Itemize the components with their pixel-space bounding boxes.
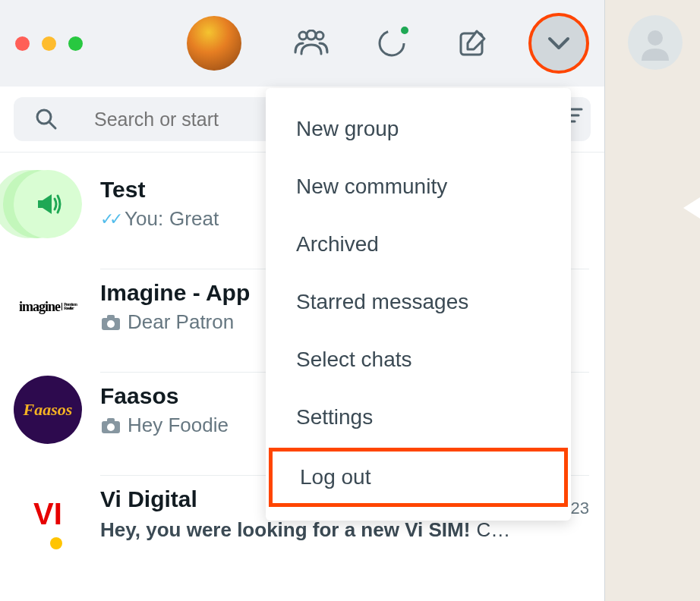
search-icon [35, 108, 58, 131]
menu-dropdown: New group New community Archived Starred… [266, 88, 571, 521]
megaphone-icon [32, 188, 64, 220]
menu-item-logout[interactable]: Log out [269, 448, 568, 507]
svg-point-3 [380, 31, 404, 55]
chat-title: Vi Digital [100, 486, 197, 512]
chat-avatar: VI [14, 480, 82, 548]
window-traffic-lights [15, 36, 83, 51]
menu-item-select-chats[interactable]: Select chats [266, 331, 571, 389]
status-button[interactable] [374, 25, 410, 61]
svg-rect-15 [107, 418, 115, 423]
communities-icon [294, 30, 329, 57]
menu-item-starred[interactable]: Starred messages [266, 273, 571, 331]
read-receipt-icon: ✓✓ [100, 209, 118, 229]
camera-icon [100, 313, 121, 332]
svg-point-14 [107, 423, 115, 431]
sidebar-header [0, 0, 604, 87]
camera-icon [100, 417, 121, 435]
window-minimize-button[interactable] [42, 36, 56, 51]
menu-item-settings[interactable]: Settings [266, 389, 571, 446]
person-icon [637, 24, 673, 61]
window-maximize-button[interactable] [68, 36, 83, 51]
svg-point-11 [107, 320, 115, 328]
contact-avatar-placeholder[interactable] [628, 15, 683, 70]
menu-item-new-community[interactable]: New community [266, 158, 571, 216]
chat-preview: Hey, you were looking for a new Vi SIM! … [100, 518, 589, 542]
panel-notch [683, 197, 700, 219]
svg-point-1 [307, 30, 316, 39]
compose-icon [457, 28, 487, 58]
svg-line-6 [49, 122, 55, 128]
svg-rect-12 [107, 315, 115, 319]
svg-point-16 [648, 30, 663, 46]
svg-point-0 [299, 32, 307, 39]
communities-button[interactable] [293, 25, 330, 61]
chat-avatar: Faasos [14, 376, 82, 444]
menu-item-archived[interactable]: Archived [266, 216, 571, 273]
status-indicator-dot [401, 27, 408, 34]
new-chat-button[interactable] [454, 25, 490, 61]
chat-avatar [14, 170, 82, 238]
menu-item-new-group[interactable]: New group [266, 100, 571, 158]
vi-dot [50, 537, 62, 549]
profile-avatar[interactable] [187, 16, 241, 71]
chat-avatar: imagine PremiumReseller [14, 272, 82, 341]
menu-button[interactable] [528, 13, 589, 74]
conversation-panel [604, 0, 700, 601]
svg-point-2 [316, 32, 323, 39]
window-close-button[interactable] [15, 36, 30, 51]
chevron-down-icon [547, 36, 571, 51]
